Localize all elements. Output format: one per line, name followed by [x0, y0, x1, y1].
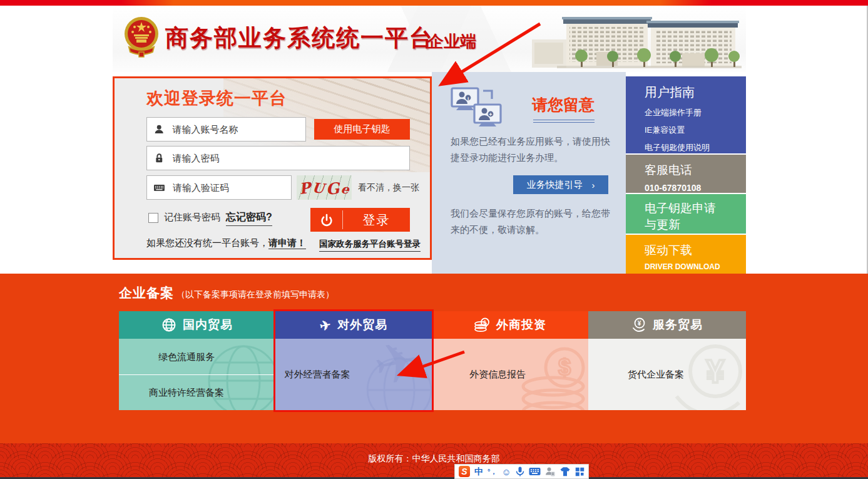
card-service-trade-label: 服务贸易 — [653, 317, 703, 333]
card-foreign-trade-body: ✈ 对外经营者备案 — [275, 339, 432, 410]
captcha-letter: G — [325, 180, 340, 197]
item-foreign-investment-report[interactable]: 外资信息报告 — [432, 339, 588, 410]
card-foreign-trade-label: 对外贸易 — [337, 317, 387, 333]
quick-guide-button[interactable]: 业务快捷引导 › — [513, 175, 608, 194]
hand-yuan-icon: ¥ — [631, 317, 646, 333]
no-account-label: 如果您还没有统一平台账号， — [146, 237, 268, 248]
sidebar-link-manual[interactable]: 企业端操作手册 — [645, 107, 746, 118]
ime-skin-shirt-icon[interactable] — [559, 466, 571, 476]
ekey-apply-line1: 电子钥匙申请 — [645, 200, 746, 217]
filing-header: 企业备案 （以下备案事项请在登录前填写申请表） — [119, 284, 334, 302]
card-foreign-trade-header: ✈ 对外贸易 — [275, 311, 432, 339]
sidebar-link-ekey-help[interactable]: 电子钥匙使用说明 — [645, 142, 746, 153]
user-guide-title: 用户指南 — [645, 84, 746, 101]
login-button[interactable]: 登录 — [310, 208, 410, 232]
card-foreign-investment-label: 外商投资 — [496, 317, 546, 333]
card-domestic-trade-body: 绿色流通服务 商业特许经营备案 — [119, 339, 275, 410]
user-icon — [154, 123, 164, 135]
card-domestic-trade-header: 国内贸易 — [119, 311, 275, 339]
driver-title: 驱动下载 — [645, 242, 746, 259]
item-franchise-filing[interactable]: 商业特许经营备案 — [119, 374, 275, 410]
ime-menu-grid-icon[interactable] — [575, 467, 585, 476]
password-input[interactable] — [171, 152, 402, 164]
hotline-title: 客服电话 — [645, 162, 746, 178]
footer: 版权所有：中华人民共和国商务部 — [0, 443, 868, 477]
no-account-text: 如果您还没有统一平台账号，请申请！ — [146, 237, 306, 249]
notice-paragraph-1: 如果您已经有业务应用账号，请使用快捷登录功能进行业务办理。 — [451, 133, 612, 167]
ime-keyboard-icon[interactable] — [529, 467, 541, 476]
captcha-letter: e — [340, 182, 350, 196]
apply-link[interactable]: 请申请！ — [268, 237, 306, 249]
hotline-number: 010-67870108 — [645, 183, 746, 193]
account-field-wrap — [146, 117, 306, 142]
card-domestic-trade: 国内贸易 绿色流通服务 商业特许经营备案 — [119, 311, 275, 410]
page: 商务部业务系统统一平台 企业端 — [0, 0, 868, 479]
site-subtitle: 企业端 — [427, 31, 476, 53]
ime-microphone-icon[interactable] — [516, 466, 524, 476]
sidebar-user-guide: 用户指南 企业端操作手册 IE兼容设置 电子钥匙使用说明 — [626, 76, 746, 153]
card-foreign-investment: $ 外商投资 $ 外资信息报告 — [432, 311, 588, 410]
item-green-circulation[interactable]: 绿色流通服务 — [119, 339, 275, 374]
ekey-button[interactable]: 使用电子钥匙 — [314, 119, 410, 140]
item-foreign-trade-operator-filing[interactable]: 对外经营者备案 — [275, 339, 432, 410]
sogou-logo-icon[interactable]: S — [459, 466, 470, 477]
login-title: 欢迎登录统一平台 — [146, 87, 287, 110]
account-transfer-icon: i + — [451, 87, 504, 131]
filing-note: （以下备案事项请在登录前填写申请表） — [176, 289, 334, 301]
gov-platform-login-link[interactable]: 国家政务服务平台账号登录 — [319, 239, 421, 252]
ime-user-dict-icon[interactable] — [545, 466, 555, 476]
captcha-refresh-link[interactable]: 看不清，换一张 — [358, 182, 419, 193]
captcha-letter: U — [312, 180, 325, 195]
svg-text:+: + — [489, 111, 492, 118]
notice-underline — [533, 120, 595, 123]
keyboard-icon — [154, 183, 165, 193]
building-photo — [532, 8, 746, 72]
quick-guide-label: 业务快捷引导 — [527, 179, 583, 191]
captcha-input[interactable] — [171, 182, 284, 193]
login-panel: 欢迎登录统一平台 使用电子钥匙 — [113, 76, 432, 260]
svg-text:¥: ¥ — [638, 319, 642, 326]
coins-icon: $ — [474, 317, 490, 332]
sidebar-link-ie[interactable]: IE兼容设置 — [645, 125, 746, 136]
notice-paragraph-2: 我们会尽量保存您原有的账号，给您带来的不便，敬请谅解。 — [451, 205, 612, 239]
filing-section: 企业备案 （以下备案事项请在登录前填写申请表） 国内贸易 — [0, 274, 868, 443]
card-service-trade-header: ¥ 服务贸易 — [588, 311, 746, 339]
national-emblem-icon — [124, 14, 159, 58]
login-button-label: 登录 — [343, 208, 410, 232]
header-banner: 商务部业务系统统一平台 企业端 — [113, 6, 746, 72]
ime-emoji-icon[interactable]: ☺ — [501, 467, 511, 476]
captcha-image[interactable]: P U G e — [297, 175, 352, 200]
card-foreign-trade: ✈ 对外贸易 ✈ 对外经营者备案 — [275, 311, 432, 410]
sidebar-ekey-apply[interactable]: 电子钥匙申请 与更新 — [626, 194, 746, 234]
copyright-text: 版权所有：中华人民共和国商务部 — [0, 453, 868, 465]
remember-label: 记住账号密码 — [164, 212, 220, 224]
remember-checkbox[interactable] — [148, 213, 158, 223]
airplane-icon: ✈ — [319, 317, 333, 332]
forgot-password-link[interactable]: 忘记密码? — [226, 211, 272, 226]
globe-icon — [161, 317, 176, 332]
site-title: 商务部业务系统统一平台 — [165, 23, 434, 54]
sidebar-hotline: 客服电话 010-67870108 — [626, 155, 746, 193]
top-decor-bar — [0, 0, 868, 6]
ekey-apply-line2: 与更新 — [645, 217, 746, 233]
ime-language-toggle[interactable]: 中 — [474, 467, 483, 476]
password-field-wrap — [146, 146, 410, 170]
card-domestic-trade-label: 国内贸易 — [183, 317, 233, 333]
captcha-field-wrap — [146, 175, 292, 200]
ime-punctuation-toggle[interactable]: °， — [488, 468, 497, 475]
notice-title: 请您留意 — [532, 95, 595, 115]
sidebar-driver-download[interactable]: 驱动下载 DRIVER DOWNLOAD — [626, 235, 746, 274]
card-service-trade-body: ¥ 货代企业备案 — [588, 339, 746, 410]
svg-text:$: $ — [483, 319, 487, 326]
filing-cards: 国内贸易 绿色流通服务 商业特许经营备案 — [119, 311, 746, 410]
power-icon — [310, 208, 342, 232]
card-service-trade: ¥ 服务贸易 ¥ 货代企业备案 — [588, 311, 746, 410]
card-foreign-investment-body: $ 外资信息报告 — [432, 339, 588, 410]
captcha-letter: P — [298, 180, 311, 197]
account-input[interactable] — [171, 123, 299, 135]
lock-icon — [154, 152, 165, 164]
ime-toolbar: S 中 °， ☺ — [454, 464, 589, 479]
svg-text:i: i — [467, 96, 469, 101]
item-freight-forwarder-filing[interactable]: 货代企业备案 — [588, 339, 746, 410]
filing-title: 企业备案 — [119, 284, 174, 302]
